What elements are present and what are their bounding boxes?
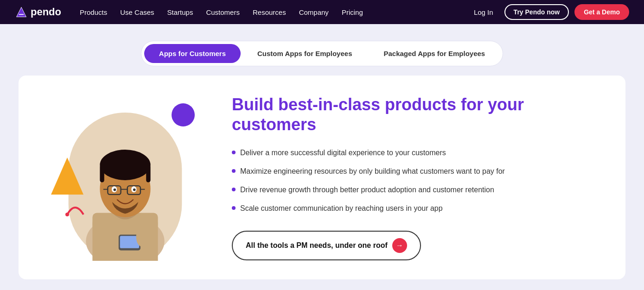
svg-rect-12	[146, 165, 150, 183]
bullet-item-2: Maximize engineering resources by only b…	[232, 166, 598, 177]
try-pendo-button[interactable]: Try Pendo now	[504, 4, 569, 20]
decorative-circle-icon	[172, 103, 195, 126]
svg-rect-11	[100, 165, 104, 183]
bullet-text-1: Deliver a more successful digital experi…	[240, 147, 446, 158]
cta-button[interactable]: All the tools a PM needs, under one roof…	[232, 231, 421, 260]
hero-section: Apps for Customers Custom Apps for Emplo…	[0, 24, 644, 290]
nav-company[interactable]: Company	[299, 8, 329, 16]
nav-use-cases[interactable]: Use Cases	[120, 8, 154, 16]
image-side	[46, 94, 204, 261]
main-heading: Build best-in-class products for your cu…	[232, 95, 598, 134]
svg-marker-2	[51, 158, 83, 195]
tabs-wrapper: Apps for Customers Custom Apps for Emplo…	[141, 41, 503, 66]
get-demo-button[interactable]: Get a Demo	[574, 4, 629, 20]
svg-point-4	[65, 213, 69, 216]
bullet-dot-2	[232, 169, 236, 173]
navigation: pendo Products Use Cases Startups Custom…	[0, 0, 644, 24]
tab-packaged-apps-employees[interactable]: Packaged Apps for Employees	[369, 44, 500, 63]
bullet-item-4: Scale customer communication by reaching…	[232, 203, 598, 214]
bullet-item-1: Deliver a more successful digital experi…	[232, 147, 598, 158]
bullet-text-2: Maximize engineering resources by only b…	[240, 166, 505, 177]
content-area: Build best-in-class products for your cu…	[0, 76, 644, 290]
svg-point-3	[172, 103, 195, 126]
cta-label: All the tools a PM needs, under one roof	[246, 241, 388, 250]
tabs-container: Apps for Customers Custom Apps for Emplo…	[0, 33, 644, 76]
tab-apps-customers[interactable]: Apps for Customers	[144, 44, 241, 63]
bullet-item-3: Drive revenue growth through better prod…	[232, 184, 598, 195]
bullet-text-3: Drive revenue growth through better prod…	[240, 184, 494, 195]
text-side: Build best-in-class products for your cu…	[232, 95, 598, 260]
nav-links: Products Use Cases Startups Customers Re…	[80, 8, 468, 16]
content-card: Build best-in-class products for your cu…	[19, 76, 625, 279]
decorative-arch-icon	[65, 198, 86, 219]
nav-actions: Log In Try Pendo now Get a Demo	[468, 4, 629, 20]
nav-products[interactable]: Products	[80, 8, 107, 16]
cta-arrow-icon: →	[392, 238, 407, 253]
login-button[interactable]: Log In	[468, 6, 499, 19]
svg-point-21	[133, 189, 136, 191]
bullet-dot-4	[232, 206, 236, 210]
nav-pricing[interactable]: Pricing	[342, 8, 363, 16]
svg-point-10	[100, 150, 150, 180]
bullet-dot-1	[232, 151, 236, 154]
tab-custom-apps-employees[interactable]: Custom Apps for Employees	[242, 44, 367, 63]
bullet-dot-3	[232, 188, 236, 191]
logo-text: pendo	[31, 6, 61, 18]
nav-startups[interactable]: Startups	[167, 8, 193, 16]
logo[interactable]: pendo	[15, 6, 61, 19]
nav-resources[interactable]: Resources	[253, 8, 286, 16]
svg-point-20	[114, 189, 116, 191]
bullet-list: Deliver a more successful digital experi…	[232, 147, 598, 214]
decorative-triangle-icon	[51, 158, 83, 195]
nav-customers[interactable]: Customers	[206, 8, 240, 16]
svg-marker-0	[17, 7, 26, 17]
bullet-text-4: Scale customer communication by reaching…	[240, 203, 443, 214]
